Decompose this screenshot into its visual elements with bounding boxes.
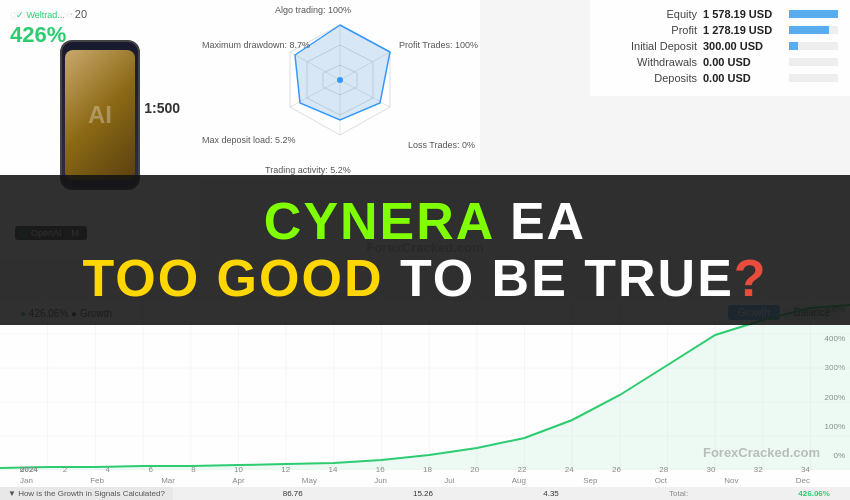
total-label: Total: xyxy=(669,489,688,498)
month-may: May xyxy=(302,476,317,485)
too-good-text: TOO GOOD xyxy=(82,249,383,307)
equity-value: 1 578.19 USD xyxy=(703,8,783,20)
withdrawals-label: Withdrawals xyxy=(602,56,697,68)
profit-bar-container xyxy=(789,26,838,34)
month-apr: Apr xyxy=(232,476,244,485)
x-axis-numbers: 0 2 4 6 8 10 12 14 16 18 20 22 24 26 28 … xyxy=(20,465,810,474)
initial-deposit-value: 300.00 USD xyxy=(703,40,783,52)
main-overlay: CYNERA EA TOO GOOD TO BE TRUE? xyxy=(0,175,850,325)
equity-bar xyxy=(789,10,838,18)
initial-deposit-label: Initial Deposit xyxy=(602,40,697,52)
withdrawals-value: 0.00 USD xyxy=(703,56,783,68)
oct-value: 86.76 xyxy=(283,489,303,498)
watermark-bottom: ForexCracked.com xyxy=(703,445,820,460)
svg-point-10 xyxy=(337,77,343,83)
month-feb: Feb xyxy=(90,476,104,485)
radar-chart-svg xyxy=(240,5,440,175)
radar-chart-area xyxy=(200,0,480,180)
nov-value: 15.26 xyxy=(413,489,433,498)
month-nov: Nov xyxy=(724,476,738,485)
phone-face xyxy=(65,50,135,180)
month-dec: Dec xyxy=(796,476,810,485)
leverage-text: 1:500 xyxy=(144,100,180,116)
deposits-value: 0.00 USD xyxy=(703,72,783,84)
month-sep: Sep xyxy=(583,476,597,485)
bottom-chart: Growth Balance ● 426.06% ● Growth 500% 4… xyxy=(0,300,850,500)
deposits-label: Deposits xyxy=(602,72,697,84)
deposits-bar-container xyxy=(789,74,838,82)
initial-deposit-row: Initial Deposit 300.00 USD xyxy=(602,40,838,52)
total-value: 426.06% xyxy=(798,489,830,498)
title-line1: CYNERA EA xyxy=(0,193,850,250)
initial-deposit-bar-container xyxy=(789,42,838,50)
dec-value: 4.35 xyxy=(543,489,559,498)
profit-value: 1 278.19 USD xyxy=(703,24,783,36)
svg-marker-9 xyxy=(295,25,390,120)
cynera-text: CYNERA xyxy=(264,192,494,250)
initial-deposit-bar xyxy=(789,42,798,50)
month-mar: Mar xyxy=(161,476,175,485)
month-jul: Jul xyxy=(444,476,454,485)
profit-row: Profit 1 278.19 USD xyxy=(602,24,838,36)
profit-bar xyxy=(789,26,829,34)
month-aug: Aug xyxy=(512,476,526,485)
withdrawals-row: Withdrawals 0.00 USD xyxy=(602,56,838,68)
withdrawals-bar-container xyxy=(789,58,838,66)
x-axis-months: Jan Feb Mar Apr May Jun Jul Aug Sep Oct … xyxy=(20,476,810,485)
stats-panel: Equity 1 578.19 USD Profit 1 278.19 USD … xyxy=(590,0,850,96)
month-jan: Jan xyxy=(20,476,33,485)
to-be-true-text: TO BE TRUE xyxy=(383,249,733,307)
month-jun: Jun xyxy=(374,476,387,485)
growth-value: 426% xyxy=(10,22,66,48)
question-mark: ? xyxy=(734,249,768,307)
how-growth-button[interactable]: ▼ How is the Growth in Signals Calculate… xyxy=(0,487,173,500)
month-oct: Oct xyxy=(655,476,667,485)
weltrade-badge: ✓ Weltrad... xyxy=(10,8,71,22)
equity-row: Equity 1 578.19 USD xyxy=(602,8,838,20)
equity-bar-container xyxy=(789,10,838,18)
equity-label: Equity xyxy=(602,8,697,20)
profit-label: Profit xyxy=(602,24,697,36)
chart-year-axis: 2024 xyxy=(20,465,38,474)
phone-mockup xyxy=(60,40,140,190)
deposits-row: Deposits 0.00 USD xyxy=(602,72,838,84)
ea-text: EA xyxy=(493,192,586,250)
title-line2: TOO GOOD TO BE TRUE? xyxy=(0,250,850,307)
